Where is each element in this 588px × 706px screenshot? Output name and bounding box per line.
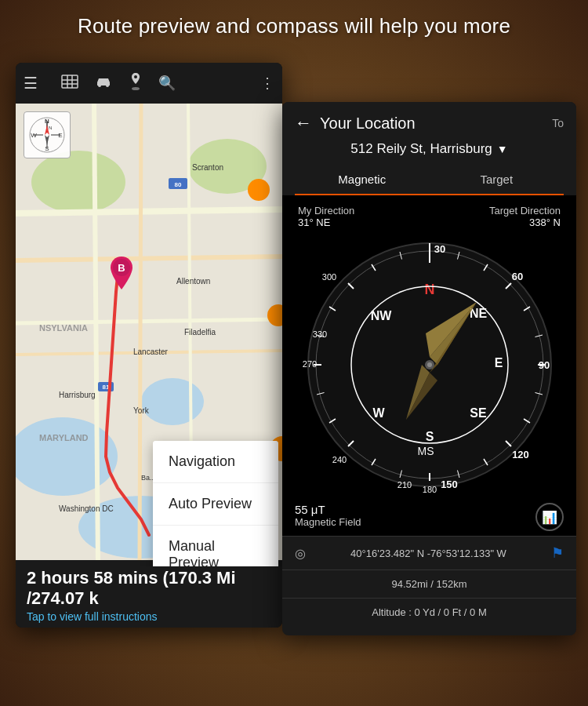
duration-text: 2 hours 58 mins (170.3 Mi /274.07 k bbox=[27, 568, 271, 609]
chart-icon[interactable]: 📊 bbox=[535, 503, 564, 531]
svg-text:NSYLVANIA: NSYLVANIA bbox=[39, 323, 88, 333]
svg-text:W: W bbox=[372, 406, 385, 420]
svg-text:York: York bbox=[133, 406, 150, 415]
person-pin-icon[interactable] bbox=[129, 73, 143, 94]
location-icon: ◎ bbox=[295, 546, 306, 561]
more-icon[interactable]: ⋮ bbox=[260, 75, 274, 92]
svg-text:N: N bbox=[424, 282, 434, 297]
to-label: To bbox=[552, 117, 564, 129]
svg-text:270: 270 bbox=[302, 359, 316, 369]
left-phone-panel: ☰ 🔍 ⋮ bbox=[16, 63, 282, 628]
svg-text:80: 80 bbox=[175, 181, 182, 188]
svg-text:180: 180 bbox=[422, 485, 436, 494]
tab-row: Magnetic Target bbox=[295, 165, 564, 195]
svg-text:MARYLAND: MARYLAND bbox=[39, 433, 89, 442]
svg-point-12 bbox=[141, 378, 204, 425]
altitude-text: Altitude : 0 Yd / 0 Ft / 0 M bbox=[295, 606, 564, 618]
svg-text:30: 30 bbox=[434, 243, 445, 255]
svg-point-10 bbox=[31, 151, 125, 213]
magnetic-label: Magnetic Field bbox=[295, 516, 564, 528]
car-icon[interactable] bbox=[94, 75, 113, 93]
distance-text: 94.52mi / 152km bbox=[295, 578, 564, 590]
svg-text:330: 330 bbox=[312, 329, 326, 339]
svg-point-7 bbox=[134, 75, 137, 78]
svg-line-20 bbox=[140, 104, 141, 566]
altitude-row: Altitude : 0 Yd / 0 Ft / 0 M bbox=[282, 598, 576, 626]
svg-point-8 bbox=[132, 87, 140, 90]
target-direction-label: Target Direction bbox=[489, 205, 561, 217]
svg-text:NW: NW bbox=[370, 309, 392, 322]
tab-target[interactable]: Target bbox=[430, 165, 564, 194]
svg-text:60: 60 bbox=[511, 271, 522, 282]
map-icon[interactable] bbox=[61, 75, 78, 93]
left-toolbar: ☰ 🔍 ⋮ bbox=[16, 63, 282, 104]
compass-header: ← Your Location To 512 Reily St, Harrisb… bbox=[282, 102, 576, 195]
svg-text:Washington DC: Washington DC bbox=[59, 504, 114, 513]
compass-rose-inset: N S W E N bbox=[24, 111, 71, 158]
svg-text:S: S bbox=[425, 430, 434, 443]
map-area[interactable]: 80 81 NSYLVANIA MARYLAND Scranton Allent… bbox=[16, 104, 282, 566]
svg-text:210: 210 bbox=[397, 480, 411, 489]
dropdown-menu: Navigation Auto Preview Manual Preview bbox=[153, 441, 278, 566]
menu-icon[interactable]: ☰ bbox=[24, 74, 38, 93]
svg-text:240: 240 bbox=[332, 455, 346, 464]
compass-dial: 30 60 90 120 150 180 210 240 270 300 bbox=[290, 231, 568, 498]
flag-icon: ⚑ bbox=[551, 544, 564, 562]
marker-b: B bbox=[108, 257, 135, 288]
direction-row: My Direction 31° NE Target Direction 338… bbox=[290, 205, 568, 228]
svg-text:Harrisburg: Harrisburg bbox=[59, 391, 96, 399]
magnetic-info: 55 μT Magnetic Field 📊 bbox=[282, 498, 576, 536]
svg-text:E: E bbox=[494, 356, 503, 369]
navigation-item[interactable]: Navigation bbox=[153, 441, 278, 483]
svg-text:Scranton: Scranton bbox=[192, 163, 223, 172]
compass-body: My Direction 31° NE Target Direction 338… bbox=[282, 195, 576, 498]
tab-magnetic[interactable]: Magnetic bbox=[295, 165, 430, 194]
search-icon[interactable]: 🔍 bbox=[158, 75, 176, 92]
svg-point-5 bbox=[98, 84, 101, 87]
address-text: 512 Reily St, Harrisburg bbox=[350, 141, 492, 157]
svg-text:SE: SE bbox=[470, 406, 487, 420]
dropdown-arrow-icon[interactable]: ▼ bbox=[497, 143, 508, 155]
svg-rect-0 bbox=[62, 75, 78, 88]
svg-text:Allentown: Allentown bbox=[176, 277, 210, 286]
manual-preview-item[interactable]: Manual Preview bbox=[153, 526, 278, 566]
svg-point-36 bbox=[248, 179, 270, 201]
my-direction-value: 31° NE bbox=[298, 217, 354, 228]
right-phone-panel: ← Your Location To 512 Reily St, Harrisb… bbox=[282, 102, 576, 635]
svg-text:150: 150 bbox=[441, 479, 458, 490]
back-button[interactable]: ← bbox=[295, 113, 312, 133]
svg-text:120: 120 bbox=[512, 449, 529, 460]
svg-text:B: B bbox=[118, 262, 125, 274]
distance-row: 94.52mi / 152km bbox=[282, 570, 576, 598]
svg-marker-49 bbox=[45, 135, 49, 145]
panel-title: Your Location bbox=[320, 115, 544, 133]
svg-text:N: N bbox=[49, 126, 52, 130]
svg-text:Lancaster: Lancaster bbox=[133, 348, 169, 356]
magnetic-value: 55 μT bbox=[295, 503, 564, 516]
coordinates-text: 40°16'23.482" N -76°53'12.133" W bbox=[314, 548, 543, 559]
svg-point-105 bbox=[427, 362, 432, 367]
target-direction-value: 338° N bbox=[489, 217, 561, 228]
svg-text:300: 300 bbox=[321, 272, 336, 282]
left-bottom-bar: 2 hours 58 mins (170.3 Mi /274.07 k Tap … bbox=[16, 560, 282, 628]
coordinates-row: ◎ 40°16'23.482" N -76°53'12.133" W ⚑ bbox=[282, 536, 576, 570]
svg-text:MS: MS bbox=[417, 445, 434, 457]
headline: Route preview and compass will help you … bbox=[0, 14, 588, 38]
svg-text:90: 90 bbox=[538, 359, 549, 371]
svg-text:Filadelfia: Filadelfia bbox=[184, 328, 216, 337]
svg-line-15 bbox=[16, 209, 282, 213]
my-direction-label: My Direction bbox=[298, 205, 354, 217]
auto-preview-item[interactable]: Auto Preview bbox=[153, 483, 278, 526]
tap-instruction[interactable]: Tap to view full instructions bbox=[27, 610, 271, 623]
svg-point-6 bbox=[106, 84, 109, 87]
